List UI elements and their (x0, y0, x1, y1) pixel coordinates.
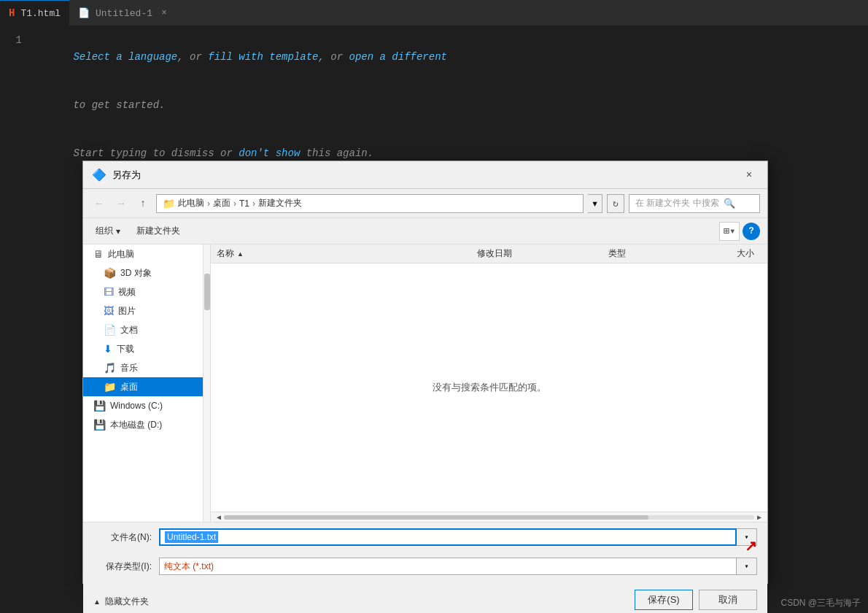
tab-untitled[interactable]: 📄 Untitled-1 × (69, 0, 179, 26)
scroll-right-button[interactable]: ▶ (754, 512, 764, 523)
hidden-folders-toggle[interactable]: ▲ 隐藏文件夹 (93, 593, 149, 610)
filetype-label: 保存类型(I): (93, 560, 152, 573)
path-dropdown-button[interactable]: ▾ (588, 194, 602, 213)
filename-label: 文件名(N): (93, 531, 152, 544)
file-header: 名称 ▲ 修改日期 类型 大小 (211, 244, 767, 263)
sidebar-item-video[interactable]: 🎞 视频 (83, 282, 210, 301)
line-content-1: Select a language, or fill with template… (36, 33, 447, 81)
sidebar-label-video: 视频 (118, 286, 136, 298)
sidebar-label-windows-c: Windows (C:) (110, 401, 163, 411)
file-area: 名称 ▲ 修改日期 类型 大小 没有与搜索条件匹配的项。 ◀ (211, 244, 767, 522)
sidebar-label-download: 下载 (117, 343, 134, 355)
empty-message: 没有与搜索条件匹配的项。 (433, 381, 546, 394)
picture-icon: 🖼 (104, 305, 114, 317)
annotation-arrow: ↗ (745, 537, 757, 555)
tab-t1-label: T1.html (20, 8, 61, 19)
col-date-header[interactable]: 修改日期 (477, 247, 608, 260)
dialog-titlebar: 🔷 另存为 × (83, 161, 767, 189)
scroll-left-button[interactable]: ◀ (214, 512, 224, 523)
path-part-4: 新建文件夹 (258, 197, 302, 209)
sidebar-item-disk-d[interactable]: 💾 本地磁盘 (D:) (83, 415, 210, 434)
video-icon: 🎞 (104, 286, 114, 298)
windows-c-icon: 💾 (93, 400, 106, 412)
horizontal-scrollbar[interactable]: ◀ ▶ (211, 512, 767, 522)
col-name-header[interactable]: 名称 ▲ (217, 247, 477, 260)
sidebar-scrollbar-track (203, 244, 210, 522)
up-button[interactable]: ↑ (134, 195, 152, 212)
this-pc-icon: 🖥 (93, 248, 104, 260)
hidden-arrow-icon: ▲ (93, 598, 101, 606)
path-part-1: 此电脑 (178, 197, 204, 209)
filetype-value: 纯文本 (*.txt) (164, 560, 214, 573)
dont-show-link[interactable]: don't show (239, 147, 300, 159)
html-icon: H (9, 7, 15, 19)
hidden-folders-label: 隐藏文件夹 (105, 595, 149, 608)
tab-t1-html[interactable]: H T1.html (0, 0, 69, 26)
organize-button[interactable]: 组织 ▾ (90, 223, 125, 239)
path-bar[interactable]: 📁 此电脑 › 桌面 › T1 › 新建文件夹 (156, 194, 584, 213)
refresh-button[interactable]: ↻ (607, 194, 624, 213)
save-button[interactable]: 保存(S) (635, 590, 693, 610)
view-toggle-button[interactable]: ⊞▾ (719, 222, 740, 241)
filename-input[interactable]: Untitled-1.txt ↗ (159, 528, 737, 546)
open-different-link[interactable]: open a different (349, 51, 447, 63)
save-as-dialog: 🔷 另存为 × ← → ↑ 📁 此电脑 › 桌面 › T1 › 新建文件夹 ▾ … (82, 161, 768, 584)
col-name-label: 名称 (217, 247, 234, 260)
tab-close-button[interactable]: × (158, 7, 170, 19)
view-controls: ⊞▾ ? (719, 222, 760, 241)
path-part-3: T1 (239, 198, 249, 209)
filename-row: 文件名(N): Untitled-1.txt ↗ ▾ (93, 528, 757, 546)
sidebar-item-desktop[interactable]: 📁 桌面 (83, 377, 210, 396)
editor-line-2: to get started. (0, 81, 868, 129)
sidebar-label-music: 音乐 (120, 362, 138, 374)
forward-button[interactable]: → (112, 195, 130, 212)
filetype-select[interactable]: 纯文本 (*.txt) (159, 558, 737, 575)
filetype-dropdown-button[interactable]: ▾ (737, 558, 757, 575)
sidebar-scrollbar-thumb2 (204, 274, 210, 310)
fill-template-link[interactable]: fill with template (208, 51, 318, 63)
music-icon: 🎵 (104, 362, 116, 374)
sidebar-label-this-pc: 此电脑 (108, 248, 134, 261)
back-button[interactable]: ← (90, 195, 108, 212)
help-button[interactable]: ? (743, 223, 760, 240)
sidebar-label-3d: 3D 对象 (120, 267, 152, 279)
3d-icon: 📦 (104, 267, 116, 279)
scroll-thumb (224, 515, 648, 520)
path-icon: 📁 (163, 198, 175, 209)
search-icon: 🔍 (724, 198, 735, 209)
sidebar-item-this-pc[interactable]: 🖥 此电脑 (83, 244, 210, 263)
search-box[interactable]: 在 新建文件夹 中搜索 🔍 (629, 194, 760, 213)
file-content-area: 没有与搜索条件匹配的项。 (211, 263, 767, 512)
dialog-organize-toolbar: 组织 ▾ 新建文件夹 ⊞▾ ? (83, 218, 767, 244)
sidebar-item-picture[interactable]: 🖼 图片 (83, 301, 210, 320)
untitled-file-icon: 📄 (78, 7, 90, 19)
dialog-actions: ▲ 隐藏文件夹 保存(S) 取消 (93, 590, 757, 610)
sidebar-label-picture: 图片 (118, 305, 136, 317)
dialog-body: 🖥 此电脑 📦 3D 对象 🎞 视频 🖼 图片 📄 文档 ⬇ 下载 (83, 244, 767, 522)
tab-untitled-label: Untitled-1 (96, 8, 152, 19)
sidebar-item-windows-c[interactable]: 💾 Windows (C:) (83, 396, 210, 415)
sidebar-label-disk-d: 本地磁盘 (D:) (110, 419, 162, 431)
dialog-close-button[interactable]: × (740, 166, 759, 185)
line-number-blank2 (0, 129, 36, 131)
editor-line-1: 1 Select a language, or fill with templa… (0, 33, 868, 81)
line-number-1: 1 (0, 33, 36, 46)
filetype-row: 保存类型(I): 纯文本 (*.txt) ▾ (93, 558, 757, 575)
sidebar-label-desktop: 桌面 (120, 381, 138, 393)
sidebar-item-3d[interactable]: 📦 3D 对象 (83, 263, 210, 282)
desktop-icon: 📁 (104, 381, 116, 393)
new-folder-button[interactable]: 新建文件夹 (131, 223, 185, 239)
path-part-2: 桌面 (213, 197, 230, 209)
col-size-header[interactable]: 大小 (703, 247, 762, 260)
sidebar-item-download[interactable]: ⬇ 下载 (83, 339, 210, 358)
disk-d-icon: 💾 (93, 419, 106, 431)
sidebar-item-doc[interactable]: 📄 文档 (83, 320, 210, 339)
sidebar-item-music[interactable]: 🎵 音乐 (83, 358, 210, 377)
select-language-link[interactable]: Select a language (73, 51, 177, 63)
line-number-blank (0, 81, 36, 82)
dialog-bottom: 文件名(N): Untitled-1.txt ↗ ▾ 保存类型(I): 纯文本 … (83, 522, 767, 613)
cancel-button[interactable]: 取消 (699, 590, 757, 610)
sidebar-tree: 🖥 此电脑 📦 3D 对象 🎞 视频 🖼 图片 📄 文档 ⬇ 下载 (83, 244, 211, 522)
vscode-icon: 🔷 (92, 168, 106, 182)
col-type-header[interactable]: 类型 (608, 247, 703, 260)
